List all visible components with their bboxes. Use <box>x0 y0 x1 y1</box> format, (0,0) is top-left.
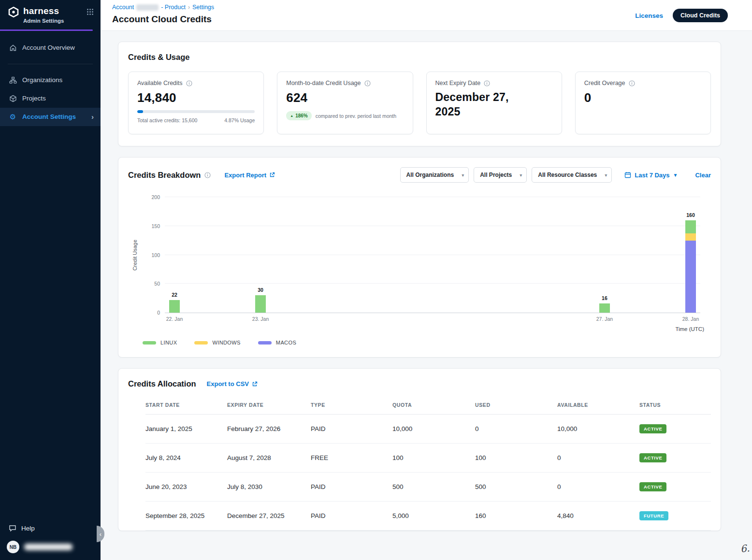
page-header: Account - Product › Settings Account Clo… <box>101 0 752 31</box>
export-csv-link[interactable]: Export to CSV <box>207 380 258 388</box>
col-type: TYPE <box>311 402 392 408</box>
breadcrumb-account[interactable]: Account <box>112 4 134 11</box>
clear-filters-link[interactable]: Clear <box>695 172 711 179</box>
sidebar-item-label: Organizations <box>22 76 62 84</box>
x-tick-label: 23. Jan <box>252 316 269 322</box>
info-icon[interactable] <box>364 80 371 86</box>
sidebar-header: harness Admin Settings <box>0 0 101 29</box>
user-profile-row[interactable]: NB <box>0 537 101 560</box>
credits-breakdown-card: Credits Breakdown Export Report All Orga… <box>118 157 721 358</box>
bar-value-label: 22 <box>172 292 177 298</box>
admin-settings-label: Admin Settings <box>23 18 64 24</box>
available-credits-label: Available Credits <box>137 80 183 86</box>
mtd-usage-value: 624 <box>286 90 404 105</box>
table-row[interactable]: July 8, 2024 August 7, 2028 FREE 100 100… <box>145 444 711 473</box>
trend-note: compared to prev. period last month <box>316 113 396 119</box>
bar-segment-linux <box>599 303 610 313</box>
page-content: Credits & Usage Available Credits 14,840… <box>101 31 752 560</box>
status-badge: ACTIVE <box>639 453 666 462</box>
sidebar-item-label: Account Overview <box>22 44 75 51</box>
gear-icon: ⚙ <box>9 113 17 121</box>
breadcrumb: Account - Product › Settings <box>112 4 214 11</box>
available-credits-value: 14,840 <box>137 90 255 105</box>
page-title: Account Cloud Credits <box>112 14 214 25</box>
col-expiry-date: EXPIRY DATE <box>227 402 311 408</box>
info-icon[interactable] <box>629 80 635 86</box>
credits-progress-bar <box>137 110 255 113</box>
module-grid-icon[interactable] <box>87 8 94 15</box>
organizations-icon <box>9 76 17 84</box>
available-credits-card: Available Credits 14,840 Total active cr… <box>128 72 264 134</box>
info-icon[interactable] <box>186 80 192 86</box>
help-chat-icon <box>9 524 16 532</box>
breadcrumb-separator-icon: › <box>188 4 190 11</box>
bar-segment-macos <box>685 241 696 313</box>
x-tick-label: 22. Jan <box>166 316 183 322</box>
sidebar-nav: Account Overview Organizations Projects … <box>0 39 101 126</box>
logo-text: harness <box>23 6 64 16</box>
credits-breakdown-title: Credits Breakdown <box>128 171 201 180</box>
legend-item-windows[interactable]: WINDOWS <box>194 340 240 345</box>
credit-overage-value: 0 <box>584 90 702 105</box>
allocation-table: START DATE EXPIRY DATE TYPE QUOTA USED A… <box>145 402 711 531</box>
breadcrumb-product[interactable]: - Product <box>161 4 186 11</box>
projects-filter[interactable]: All Projects▾ <box>474 167 527 183</box>
table-row[interactable]: January 1, 2025 February 27, 2026 PAID 1… <box>145 415 711 444</box>
col-start-date: START DATE <box>145 402 227 408</box>
home-icon <box>9 44 17 52</box>
windows-swatch <box>194 341 208 345</box>
sidebar-item-label: Account Settings <box>22 113 76 120</box>
avatar: NB <box>7 541 19 553</box>
chart-legend: LINUX WINDOWS MACOS <box>143 340 711 345</box>
next-expiry-card: Next Expiry Date December 27, 2025 <box>426 72 562 134</box>
chevron-right-icon: › <box>91 113 94 121</box>
x-tick-label: 27. Jan <box>596 316 613 322</box>
bar-value-label: 30 <box>258 287 263 293</box>
sidebar: harness Admin Settings Account Overview … <box>0 0 101 560</box>
col-quota: QUOTA <box>392 402 475 408</box>
sidebar-item-account-overview[interactable]: Account Overview <box>0 39 101 57</box>
credits-breakdown-chart: Credit Usage 050100150200 2222. Jan3023.… <box>128 197 711 345</box>
credits-allocation-title: Credits Allocation <box>128 379 196 388</box>
external-link-icon <box>252 381 258 387</box>
export-report-link[interactable]: Export Report <box>224 172 275 179</box>
bar-segment-linux <box>255 295 266 313</box>
col-status: STATUS <box>639 402 711 408</box>
table-header-row: START DATE EXPIRY DATE TYPE QUOTA USED A… <box>145 402 711 415</box>
legend-item-macos[interactable]: MACOS <box>258 340 296 345</box>
date-range-picker[interactable]: Last 7 Days ▼ <box>624 172 678 179</box>
table-row[interactable]: June 20, 2023 July 8, 2030 PAID 500 500 … <box>145 473 711 502</box>
bar-segment-linux <box>169 300 180 313</box>
sidebar-item-organizations[interactable]: Organizations <box>0 71 101 89</box>
status-badge: ACTIVE <box>639 482 666 491</box>
cloud-credits-button[interactable]: Cloud Credits <box>673 9 728 22</box>
organizations-filter[interactable]: All Organizations▾ <box>400 167 469 183</box>
info-icon[interactable] <box>484 80 490 86</box>
harness-logo-icon <box>8 6 19 18</box>
credit-overage-label: Credit Overage <box>584 80 625 86</box>
sidebar-item-projects[interactable]: Projects <box>0 89 101 108</box>
macos-swatch <box>258 341 272 345</box>
col-available: AVAILABLE <box>557 402 639 408</box>
chevron-down-icon: ▾ <box>605 172 607 178</box>
total-active-credits: Total active credits: 15,600 <box>137 117 197 123</box>
legend-item-linux[interactable]: LINUX <box>143 340 177 345</box>
bar-segment-windows <box>685 233 696 240</box>
credits-usage-title: Credits & Usage <box>128 53 711 62</box>
help-button[interactable]: Help <box>0 519 101 537</box>
chevron-down-icon: ▼ <box>673 172 678 178</box>
table-row[interactable]: September 28, 2025 December 27, 2025 PAI… <box>145 502 711 531</box>
licenses-link[interactable]: Licenses <box>635 12 663 19</box>
sidebar-item-label: Projects <box>22 95 46 102</box>
info-icon[interactable] <box>204 172 211 178</box>
next-expiry-value: December 27, 2025 <box>435 90 527 119</box>
y-axis-label: Credit Usage <box>132 240 138 271</box>
sidebar-item-account-settings[interactable]: ⚙ Account Settings › <box>0 108 101 126</box>
mtd-usage-label: Month-to-date Credit Usage <box>286 80 361 86</box>
breadcrumb-settings[interactable]: Settings <box>192 4 214 11</box>
credits-allocation-card: Credits Allocation Export to CSV START D… <box>118 368 721 531</box>
handwritten-annotation: 6. <box>740 542 750 555</box>
chevron-down-icon: ▾ <box>462 172 464 178</box>
resource-classes-filter[interactable]: All Resource Classes▾ <box>532 167 612 183</box>
bar-value-label: 16 <box>602 295 607 301</box>
